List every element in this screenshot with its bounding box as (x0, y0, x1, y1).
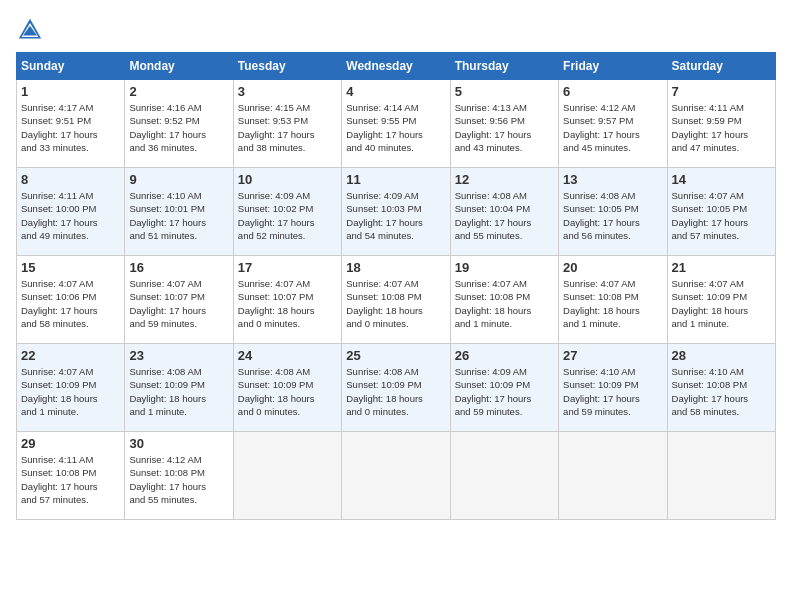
day-number: 23 (129, 348, 228, 363)
calendar-cell (342, 432, 450, 520)
calendar-cell: 25Sunrise: 4:08 AMSunset: 10:09 PMDaylig… (342, 344, 450, 432)
day-number: 24 (238, 348, 337, 363)
calendar-body: 1Sunrise: 4:17 AMSunset: 9:51 PMDaylight… (17, 80, 776, 520)
cell-info: Sunrise: 4:13 AMSunset: 9:56 PMDaylight:… (455, 101, 554, 154)
calendar-cell: 4Sunrise: 4:14 AMSunset: 9:55 PMDaylight… (342, 80, 450, 168)
cell-info: Sunrise: 4:11 AMSunset: 10:08 PMDaylight… (21, 453, 120, 506)
cell-info: Sunrise: 4:12 AMSunset: 10:08 PMDaylight… (129, 453, 228, 506)
cell-info: Sunrise: 4:07 AMSunset: 10:08 PMDaylight… (563, 277, 662, 330)
cell-info: Sunrise: 4:10 AMSunset: 10:08 PMDaylight… (672, 365, 771, 418)
calendar-header-saturday: Saturday (667, 53, 775, 80)
day-number: 25 (346, 348, 445, 363)
cell-info: Sunrise: 4:08 AMSunset: 10:09 PMDaylight… (238, 365, 337, 418)
calendar-header-monday: Monday (125, 53, 233, 80)
cell-info: Sunrise: 4:17 AMSunset: 9:51 PMDaylight:… (21, 101, 120, 154)
cell-info: Sunrise: 4:15 AMSunset: 9:53 PMDaylight:… (238, 101, 337, 154)
calendar-cell: 3Sunrise: 4:15 AMSunset: 9:53 PMDaylight… (233, 80, 341, 168)
day-number: 8 (21, 172, 120, 187)
calendar-cell: 17Sunrise: 4:07 AMSunset: 10:07 PMDaylig… (233, 256, 341, 344)
cell-info: Sunrise: 4:14 AMSunset: 9:55 PMDaylight:… (346, 101, 445, 154)
calendar-cell: 24Sunrise: 4:08 AMSunset: 10:09 PMDaylig… (233, 344, 341, 432)
cell-info: Sunrise: 4:09 AMSunset: 10:02 PMDaylight… (238, 189, 337, 242)
calendar-cell: 10Sunrise: 4:09 AMSunset: 10:02 PMDaylig… (233, 168, 341, 256)
cell-info: Sunrise: 4:08 AMSunset: 10:09 PMDaylight… (346, 365, 445, 418)
day-number: 15 (21, 260, 120, 275)
calendar-cell (559, 432, 667, 520)
calendar-cell: 18Sunrise: 4:07 AMSunset: 10:08 PMDaylig… (342, 256, 450, 344)
day-number: 20 (563, 260, 662, 275)
calendar-cell: 14Sunrise: 4:07 AMSunset: 10:05 PMDaylig… (667, 168, 775, 256)
cell-info: Sunrise: 4:07 AMSunset: 10:07 PMDaylight… (238, 277, 337, 330)
calendar-cell (233, 432, 341, 520)
day-number: 2 (129, 84, 228, 99)
day-number: 13 (563, 172, 662, 187)
day-number: 3 (238, 84, 337, 99)
calendar-cell: 26Sunrise: 4:09 AMSunset: 10:09 PMDaylig… (450, 344, 558, 432)
day-number: 30 (129, 436, 228, 451)
day-number: 5 (455, 84, 554, 99)
cell-info: Sunrise: 4:08 AMSunset: 10:05 PMDaylight… (563, 189, 662, 242)
calendar-header-friday: Friday (559, 53, 667, 80)
calendar-cell: 28Sunrise: 4:10 AMSunset: 10:08 PMDaylig… (667, 344, 775, 432)
page-header (16, 16, 776, 44)
calendar-cell: 11Sunrise: 4:09 AMSunset: 10:03 PMDaylig… (342, 168, 450, 256)
cell-info: Sunrise: 4:10 AMSunset: 10:01 PMDaylight… (129, 189, 228, 242)
day-number: 18 (346, 260, 445, 275)
calendar-cell: 7Sunrise: 4:11 AMSunset: 9:59 PMDaylight… (667, 80, 775, 168)
day-number: 9 (129, 172, 228, 187)
calendar-cell (667, 432, 775, 520)
cell-info: Sunrise: 4:11 AMSunset: 10:00 PMDaylight… (21, 189, 120, 242)
cell-info: Sunrise: 4:07 AMSunset: 10:06 PMDaylight… (21, 277, 120, 330)
day-number: 14 (672, 172, 771, 187)
calendar-week-5: 29Sunrise: 4:11 AMSunset: 10:08 PMDaylig… (17, 432, 776, 520)
calendar-header-wednesday: Wednesday (342, 53, 450, 80)
day-number: 1 (21, 84, 120, 99)
calendar-cell: 1Sunrise: 4:17 AMSunset: 9:51 PMDaylight… (17, 80, 125, 168)
calendar-week-4: 22Sunrise: 4:07 AMSunset: 10:09 PMDaylig… (17, 344, 776, 432)
calendar-cell: 5Sunrise: 4:13 AMSunset: 9:56 PMDaylight… (450, 80, 558, 168)
calendar-header-sunday: Sunday (17, 53, 125, 80)
calendar-cell (450, 432, 558, 520)
day-number: 19 (455, 260, 554, 275)
calendar-week-3: 15Sunrise: 4:07 AMSunset: 10:06 PMDaylig… (17, 256, 776, 344)
day-number: 27 (563, 348, 662, 363)
day-number: 10 (238, 172, 337, 187)
calendar-cell: 20Sunrise: 4:07 AMSunset: 10:08 PMDaylig… (559, 256, 667, 344)
day-number: 17 (238, 260, 337, 275)
cell-info: Sunrise: 4:12 AMSunset: 9:57 PMDaylight:… (563, 101, 662, 154)
calendar-cell: 22Sunrise: 4:07 AMSunset: 10:09 PMDaylig… (17, 344, 125, 432)
cell-info: Sunrise: 4:07 AMSunset: 10:09 PMDaylight… (672, 277, 771, 330)
calendar-cell: 19Sunrise: 4:07 AMSunset: 10:08 PMDaylig… (450, 256, 558, 344)
day-number: 28 (672, 348, 771, 363)
day-number: 22 (21, 348, 120, 363)
cell-info: Sunrise: 4:11 AMSunset: 9:59 PMDaylight:… (672, 101, 771, 154)
calendar-header-tuesday: Tuesday (233, 53, 341, 80)
day-number: 29 (21, 436, 120, 451)
calendar-cell: 9Sunrise: 4:10 AMSunset: 10:01 PMDayligh… (125, 168, 233, 256)
day-number: 21 (672, 260, 771, 275)
cell-info: Sunrise: 4:07 AMSunset: 10:05 PMDaylight… (672, 189, 771, 242)
day-number: 26 (455, 348, 554, 363)
calendar-cell: 2Sunrise: 4:16 AMSunset: 9:52 PMDaylight… (125, 80, 233, 168)
cell-info: Sunrise: 4:09 AMSunset: 10:09 PMDaylight… (455, 365, 554, 418)
calendar-header-thursday: Thursday (450, 53, 558, 80)
calendar-cell: 23Sunrise: 4:08 AMSunset: 10:09 PMDaylig… (125, 344, 233, 432)
day-number: 16 (129, 260, 228, 275)
cell-info: Sunrise: 4:08 AMSunset: 10:04 PMDaylight… (455, 189, 554, 242)
day-number: 11 (346, 172, 445, 187)
calendar-cell: 12Sunrise: 4:08 AMSunset: 10:04 PMDaylig… (450, 168, 558, 256)
calendar-week-2: 8Sunrise: 4:11 AMSunset: 10:00 PMDayligh… (17, 168, 776, 256)
cell-info: Sunrise: 4:16 AMSunset: 9:52 PMDaylight:… (129, 101, 228, 154)
calendar-header-row: SundayMondayTuesdayWednesdayThursdayFrid… (17, 53, 776, 80)
cell-info: Sunrise: 4:07 AMSunset: 10:08 PMDaylight… (455, 277, 554, 330)
calendar-cell: 27Sunrise: 4:10 AMSunset: 10:09 PMDaylig… (559, 344, 667, 432)
cell-info: Sunrise: 4:07 AMSunset: 10:08 PMDaylight… (346, 277, 445, 330)
cell-info: Sunrise: 4:10 AMSunset: 10:09 PMDaylight… (563, 365, 662, 418)
calendar-cell: 16Sunrise: 4:07 AMSunset: 10:07 PMDaylig… (125, 256, 233, 344)
logo (16, 16, 48, 44)
day-number: 6 (563, 84, 662, 99)
calendar-cell: 15Sunrise: 4:07 AMSunset: 10:06 PMDaylig… (17, 256, 125, 344)
day-number: 12 (455, 172, 554, 187)
calendar-cell: 13Sunrise: 4:08 AMSunset: 10:05 PMDaylig… (559, 168, 667, 256)
day-number: 7 (672, 84, 771, 99)
